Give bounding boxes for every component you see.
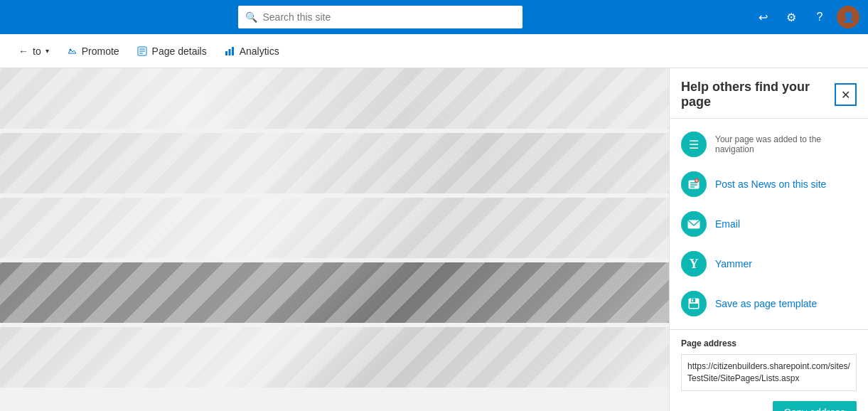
toolbar: ← to ▾ Promote Page details xyxy=(0,34,868,68)
panel-header: Help others find your page ✕ xyxy=(670,68,868,119)
settings-button[interactable]: ⚙ xyxy=(780,6,803,28)
yammer-icon: Y xyxy=(681,251,707,277)
svg-rect-19 xyxy=(692,299,693,301)
yammer-text: Yammer xyxy=(715,258,752,269)
post-news-icon xyxy=(681,171,707,197)
svg-rect-5 xyxy=(225,51,227,55)
banner-strip-2 xyxy=(0,133,669,193)
banner-strip-1 xyxy=(0,68,669,129)
side-panel: Help others find your page ✕ ☰ Your page… xyxy=(669,68,868,411)
settings-icon: ⚙ xyxy=(786,11,796,24)
promote-icon xyxy=(66,46,77,57)
main-content: Help others find your page ✕ ☰ Your page… xyxy=(0,68,868,411)
page-address-label: Page address xyxy=(681,338,857,348)
panel-item-yammer[interactable]: Y Yammer xyxy=(670,244,868,284)
save-template-icon xyxy=(681,291,707,316)
panel-item-save-template[interactable]: Save as page template xyxy=(670,284,868,324)
close-icon: ✕ xyxy=(841,88,850,102)
panel-item-post-news[interactable]: Post as News on this site xyxy=(670,164,868,204)
toolbar-back-icon: ← xyxy=(18,46,28,57)
top-bar: 🔍 ↩ ⚙ ? 👤 xyxy=(0,0,868,34)
email-icon xyxy=(681,211,707,237)
panel-title: Help others find your page xyxy=(681,80,835,110)
banner-strip-3 xyxy=(0,198,669,258)
svg-rect-18 xyxy=(690,304,698,308)
avatar-image: 👤 xyxy=(842,11,854,23)
panel-item-navigation: ☰ Your page was added to the navigation xyxy=(670,124,868,164)
page-canvas xyxy=(0,68,669,411)
copy-address-button[interactable]: Copy address xyxy=(773,401,857,411)
copy-address-container: Copy address xyxy=(681,401,857,411)
toolbar-analytics-item[interactable]: Analytics xyxy=(217,41,286,61)
toolbar-back-item[interactable]: ← to ▾ xyxy=(11,41,56,61)
search-icon: 🔍 xyxy=(245,11,257,23)
panel-item-email[interactable]: Email xyxy=(670,204,868,244)
page-address-input[interactable] xyxy=(681,354,857,391)
banner-strip-5 xyxy=(0,327,669,388)
page-address-section: Page address Copy address xyxy=(670,329,868,411)
navigation-icon: ☰ xyxy=(681,132,707,157)
analytics-label: Analytics xyxy=(240,46,279,57)
back-button[interactable]: ↩ xyxy=(751,6,774,28)
close-panel-button[interactable]: ✕ xyxy=(835,83,857,106)
toolbar-chevron-icon: ▾ xyxy=(45,47,49,55)
toolbar-promote-item[interactable]: Promote xyxy=(59,41,127,61)
navigation-text: Your page was added to the navigation xyxy=(715,134,857,154)
promote-label: Promote xyxy=(82,46,119,57)
search-box[interactable]: 🔍 xyxy=(238,6,523,28)
help-icon: ? xyxy=(817,11,823,23)
svg-rect-7 xyxy=(232,47,234,55)
banner-strip-4 xyxy=(0,262,669,323)
back-icon: ↩ xyxy=(759,11,768,24)
panel-items: ☰ Your page was added to the navigation xyxy=(670,119,868,329)
post-news-text: Post as News on this site xyxy=(715,178,826,190)
toolbar-back-label: to xyxy=(33,46,41,57)
top-bar-right: ↩ ⚙ ? 👤 xyxy=(751,6,859,28)
email-text: Email xyxy=(715,218,740,230)
help-button[interactable]: ? xyxy=(808,6,831,28)
avatar[interactable]: 👤 xyxy=(837,6,859,28)
page-details-icon xyxy=(136,46,148,57)
save-template-text: Save as page template xyxy=(715,298,817,309)
toolbar-page-details-item[interactable]: Page details xyxy=(129,41,214,61)
svg-rect-6 xyxy=(228,49,230,55)
search-input[interactable] xyxy=(263,11,515,23)
analytics-icon xyxy=(224,46,235,57)
page-details-label: Page details xyxy=(152,46,207,57)
